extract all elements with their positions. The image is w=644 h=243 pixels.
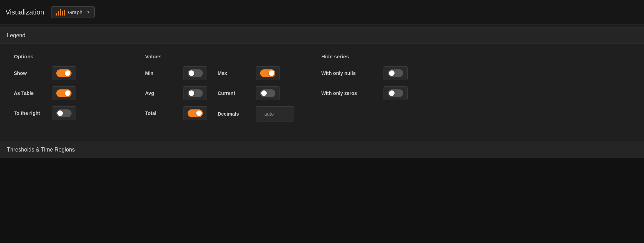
legend-section-content: Options Show As Table: [0, 44, 644, 142]
current-toggle-track: [260, 89, 275, 97]
options-title: Options: [14, 54, 124, 59]
values-title: Values: [145, 54, 301, 59]
decimals-input-box[interactable]: [256, 106, 294, 122]
values-group: Values Min: [145, 54, 301, 128]
avg-label: Avg: [145, 90, 183, 96]
max-row: Max: [218, 66, 294, 80]
total-toggle[interactable]: [188, 109, 203, 117]
max-label: Max: [218, 70, 256, 76]
as-table-row: As Table: [14, 86, 124, 100]
show-toggle-box[interactable]: [52, 66, 76, 80]
legend-section-header: Legend: [0, 28, 644, 44]
total-toggle-track: [188, 109, 203, 117]
decimals-label: Decimals: [218, 111, 256, 117]
min-label: Min: [145, 70, 183, 76]
show-toggle[interactable]: [56, 69, 72, 77]
min-toggle-track: [188, 69, 203, 77]
current-row: Current: [218, 86, 294, 100]
total-label: Total: [145, 110, 183, 116]
avg-row: Avg: [145, 86, 207, 100]
as-table-toggle-track: [56, 89, 72, 97]
graph-icon: [56, 9, 65, 16]
min-row: Min: [145, 66, 207, 80]
max-toggle-track: [260, 69, 275, 77]
to-the-right-toggle-thumb: [57, 110, 63, 116]
thresholds-header: Thresholds & Time Regions: [0, 142, 644, 158]
visualization-type-dropdown[interactable]: Graph ▼: [51, 6, 95, 18]
min-toggle[interactable]: [188, 69, 203, 77]
show-row: Show: [14, 66, 124, 80]
current-toggle-thumb: [261, 90, 267, 96]
decimals-row: Decimals: [218, 106, 294, 122]
avg-toggle-thumb: [189, 90, 194, 96]
max-toggle-thumb: [269, 70, 274, 76]
dropdown-label: Graph: [68, 9, 83, 15]
sub-header-divider: [0, 25, 644, 28]
as-table-toggle-box[interactable]: [52, 86, 76, 100]
with-only-nulls-row: With only nulls: [321, 66, 460, 80]
show-toggle-thumb: [65, 70, 70, 76]
hide-series-title: Hide series: [321, 54, 460, 59]
with-only-zeros-toggle[interactable]: [388, 89, 403, 97]
with-only-zeros-row: With only zeros: [321, 86, 460, 100]
total-toggle-box[interactable]: [183, 106, 207, 120]
max-toggle[interactable]: [260, 69, 275, 77]
with-only-nulls-label: With only nulls: [321, 70, 383, 76]
as-table-toggle-thumb: [65, 90, 70, 96]
to-the-right-label: To the right: [14, 110, 52, 116]
to-the-right-row: To the right: [14, 106, 124, 120]
total-toggle-thumb: [196, 110, 202, 116]
with-only-nulls-toggle-box[interactable]: [383, 66, 408, 80]
thresholds-section: Thresholds & Time Regions: [0, 142, 644, 158]
show-toggle-track: [56, 69, 72, 77]
current-label: Current: [218, 90, 256, 96]
to-the-right-toggle-box[interactable]: [52, 106, 76, 120]
current-toggle[interactable]: [260, 89, 275, 97]
chevron-down-icon: ▼: [87, 10, 90, 14]
legend-section: Legend Options Show As Table: [0, 28, 644, 142]
total-row: Total: [145, 106, 207, 120]
values-grid: Min Avg: [145, 66, 301, 128]
min-toggle-thumb: [189, 70, 194, 76]
avg-toggle-box[interactable]: [183, 86, 207, 100]
max-toggle-box[interactable]: [256, 66, 280, 80]
avg-toggle-track: [188, 89, 203, 97]
avg-toggle[interactable]: [188, 89, 203, 97]
min-toggle-box[interactable]: [183, 66, 207, 80]
as-table-label: As Table: [14, 90, 52, 96]
with-only-zeros-toggle-track: [388, 89, 403, 97]
decimals-input[interactable]: [259, 108, 291, 119]
as-table-toggle[interactable]: [56, 89, 72, 97]
page-title: Visualization: [6, 8, 44, 16]
with-only-zeros-toggle-box[interactable]: [383, 86, 408, 100]
show-label: Show: [14, 70, 52, 76]
to-the-right-toggle[interactable]: [56, 109, 72, 117]
hide-series-group: Hide series With only nulls With only ze…: [321, 54, 460, 128]
with-only-nulls-toggle-track: [388, 69, 403, 77]
values-left-col: Min Avg: [145, 66, 207, 128]
to-the-right-toggle-track: [56, 109, 72, 117]
options-group: Options Show As Table: [14, 54, 124, 128]
header: Visualization Graph ▼: [0, 0, 644, 25]
with-only-zeros-label: With only zeros: [321, 90, 383, 96]
with-only-nulls-toggle-thumb: [389, 70, 395, 76]
values-right-col: Max Current: [218, 66, 294, 128]
with-only-zeros-toggle-thumb: [389, 90, 395, 96]
with-only-nulls-toggle[interactable]: [388, 69, 403, 77]
current-toggle-box[interactable]: [256, 86, 280, 100]
